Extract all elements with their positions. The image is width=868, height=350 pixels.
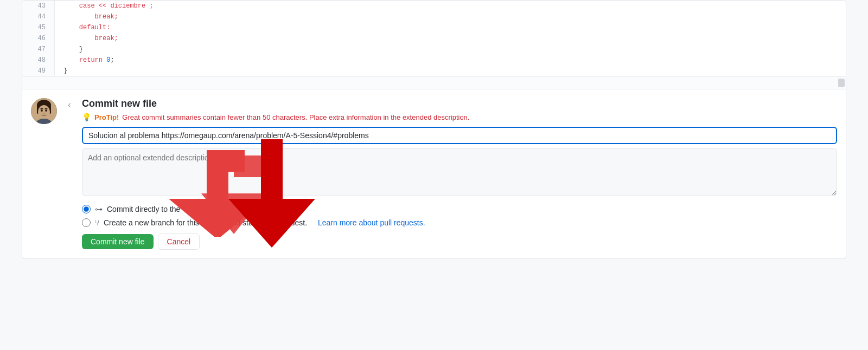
radio-pr[interactable] xyxy=(82,218,91,227)
svg-point-6 xyxy=(45,109,47,112)
branch-options-container: ⊶ Commit directly to the development bra… xyxy=(82,204,837,227)
radio-option-pr: ⑂ Create a new branch for this commit an… xyxy=(82,218,837,227)
line-number: 48 xyxy=(22,55,55,66)
commit-form: Commit new file 💡 ProTip! Great commit s… xyxy=(82,98,837,250)
protip-label: ProTip! xyxy=(94,113,119,121)
avatar-container xyxy=(31,98,57,124)
radio-direct-suffix: branch. xyxy=(252,205,277,213)
radio-option-direct: ⊶ Commit directly to the development bra… xyxy=(82,204,837,214)
radio-direct[interactable] xyxy=(82,205,91,213)
scrollbar-thumb[interactable] xyxy=(838,79,845,87)
code-line-46: 46 break; xyxy=(22,33,846,44)
protip-banner: 💡 ProTip! Great commit summaries contain… xyxy=(82,113,837,121)
code-line-49: 49 } xyxy=(22,66,846,76)
code-line-47: 47 } xyxy=(22,44,846,55)
code-lines: 43 case << diciembre ; 44 break; 45 defa… xyxy=(22,1,846,76)
line-number: 45 xyxy=(22,22,55,33)
line-number: 44 xyxy=(22,11,55,22)
branch-badge-direct: development xyxy=(191,204,240,214)
commit-actions: Commit new file Cancel xyxy=(82,234,837,250)
commit-message-input[interactable] xyxy=(82,127,837,144)
svg-point-7 xyxy=(43,113,45,114)
code-line-44: 44 break; xyxy=(22,11,846,22)
commit-title: Commit new file xyxy=(82,98,157,109)
git-commit-icon: ⊶ xyxy=(95,205,103,213)
svg-point-5 xyxy=(41,109,43,112)
lightbulb-icon: 💡 xyxy=(82,113,91,121)
code-line-43: 43 case << diciembre ; xyxy=(22,1,846,11)
radio-options: ⊶ Commit directly to the development bra… xyxy=(82,204,837,227)
line-number: 43 xyxy=(22,1,55,11)
line-number: 49 xyxy=(22,66,55,76)
code-editor: 43 case << diciembre ; 44 break; 45 defa… xyxy=(22,0,846,89)
line-content: case << diciembre ; xyxy=(55,1,846,11)
line-content: break; xyxy=(55,33,846,44)
line-content: break; xyxy=(55,11,846,22)
line-content: default: xyxy=(55,22,846,33)
avatar-svg xyxy=(31,98,57,124)
radio-direct-label: Commit directly to the xyxy=(107,205,180,213)
radio-pr-label: Create a new branch for this commit and … xyxy=(104,218,307,227)
learn-more-link[interactable]: Learn more about pull requests. xyxy=(318,218,425,227)
line-content: } xyxy=(55,44,846,55)
avatar xyxy=(31,98,57,124)
code-line-45: 45 default: xyxy=(22,22,846,33)
commit-button[interactable]: Commit new file xyxy=(82,234,154,249)
line-number: 46 xyxy=(22,33,55,44)
code-line-48: 48 return 0; xyxy=(22,55,846,66)
collapse-handle[interactable]: ‹ xyxy=(63,99,75,111)
commit-section: ‹ Commit new file 💡 ProTip! Great commit… xyxy=(22,89,846,259)
svg-point-4 xyxy=(38,105,50,119)
git-pr-icon: ⑂ xyxy=(95,218,99,227)
line-content: } xyxy=(55,66,846,76)
line-content: return 0; xyxy=(55,55,846,66)
line-number: 47 xyxy=(22,44,55,55)
protip-text: Great commit summaries contain fewer tha… xyxy=(122,113,469,121)
cancel-button[interactable]: Cancel xyxy=(158,234,200,250)
commit-description-textarea[interactable] xyxy=(82,148,837,196)
